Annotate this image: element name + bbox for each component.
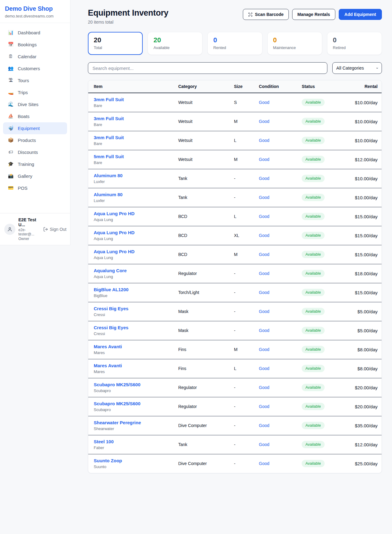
sidebar-item-training[interactable]: 🎓 Training xyxy=(3,158,67,170)
item-size: M xyxy=(228,150,253,169)
item-link[interactable]: 5mm Full Suit xyxy=(94,154,124,159)
item-link[interactable]: 3mm Full Suit xyxy=(94,135,124,140)
condition-link[interactable]: Good xyxy=(259,252,269,257)
item-category: BCD xyxy=(173,207,228,226)
nav-item-label: Training xyxy=(18,161,34,167)
condition-link[interactable]: Good xyxy=(259,157,269,162)
sidebar-item-dashboard[interactable]: 📊 Dashboard xyxy=(3,27,67,39)
sidebar-item-pos[interactable]: 💳 POS xyxy=(3,182,67,194)
item-link[interactable]: Scubapro MK25/S600 xyxy=(94,382,141,387)
condition-link[interactable]: Good xyxy=(259,366,269,371)
item-link[interactable]: Aqua Lung Pro HD xyxy=(94,230,134,235)
condition-link[interactable]: Good xyxy=(259,271,269,276)
condition-link[interactable]: Good xyxy=(259,385,269,390)
stat-card[interactable]: 0 Rented xyxy=(207,32,262,55)
sidebar-item-tours[interactable]: 🏝 Tours xyxy=(3,74,67,86)
table-row: Aluminum 80 Luxfer Tank - Good Available… xyxy=(88,188,382,207)
item-link[interactable]: Aluminum 80 xyxy=(94,192,123,197)
condition-link[interactable]: Good xyxy=(259,195,269,200)
sidebar-item-trips[interactable]: 🚤 Trips xyxy=(3,86,67,98)
item-size: - xyxy=(228,302,253,321)
stat-card[interactable]: 0 Retired xyxy=(327,32,382,55)
condition-link[interactable]: Good xyxy=(259,423,269,428)
table-row: Cressi Big Eyes Cressi Mask - Good Avail… xyxy=(88,302,382,321)
condition-link[interactable]: Good xyxy=(259,100,269,105)
sidebar-item-discounts[interactable]: 🏷 Discounts xyxy=(3,146,67,158)
item-link[interactable]: Aqua Lung Pro HD xyxy=(94,249,134,254)
status-badge: Available xyxy=(302,327,325,334)
item-link[interactable]: Scubapro MK25/S600 xyxy=(94,401,141,406)
item-brand: Shearwater xyxy=(94,426,167,431)
bookings-icon: 📅 xyxy=(8,41,14,48)
discounts-icon: 🏷 xyxy=(8,149,14,155)
item-link[interactable]: Steel 100 xyxy=(94,439,114,444)
sidebar-item-boats[interactable]: ⛵ Boats xyxy=(3,110,67,122)
table-row: Steel 100 Faber Tank - Good Available $1… xyxy=(88,435,382,454)
table-row: 3mm Full Suit Bare Wetsuit L Good Availa… xyxy=(88,131,382,150)
sidebar-item-equipment[interactable]: 🤿 Equipment xyxy=(3,122,67,134)
stat-value: 20 xyxy=(94,36,137,44)
condition-link[interactable]: Good xyxy=(259,461,269,466)
item-brand: Aqua Lung xyxy=(94,217,167,222)
item-rental: $18.00/day xyxy=(342,264,382,283)
stat-card[interactable]: 20 Available xyxy=(148,32,202,55)
brand-name[interactable]: Demo Dive Shop xyxy=(5,5,65,12)
condition-link[interactable]: Good xyxy=(259,328,269,333)
add-equipment-button[interactable]: Add Equipment xyxy=(339,9,382,20)
item-brand: Mares xyxy=(94,350,167,355)
stat-card[interactable]: 0 Maintenance xyxy=(267,32,322,55)
condition-link[interactable]: Good xyxy=(259,233,269,238)
item-brand: Bare xyxy=(94,141,167,146)
item-link[interactable]: Aluminum 80 xyxy=(94,173,123,178)
page-title: Equipment Inventory xyxy=(88,8,168,18)
item-link[interactable]: Aqualung Core xyxy=(94,268,127,273)
item-brand: Scubapro xyxy=(94,388,167,393)
scan-barcode-button[interactable]: Scan Barcode xyxy=(243,9,289,20)
item-category: Dive Computer xyxy=(173,454,228,473)
stat-card[interactable]: 20 Total xyxy=(88,32,143,55)
sidebar-item-calendar[interactable]: 🗓 Calendar xyxy=(3,51,67,63)
item-category: Dive Computer xyxy=(173,416,228,435)
item-link[interactable]: 3mm Full Suit xyxy=(94,116,124,121)
sign-out-button[interactable]: Sign Out xyxy=(43,227,66,232)
sidebar-item-bookings[interactable]: 📅 Bookings xyxy=(3,39,67,51)
item-link[interactable]: 3mm Full Suit xyxy=(94,97,124,102)
item-size: L xyxy=(228,359,253,378)
condition-link[interactable]: Good xyxy=(259,442,269,447)
manage-rentals-button[interactable]: Manage Rentals xyxy=(292,9,335,20)
status-badge: Available xyxy=(302,251,325,258)
category-select[interactable]: All Categories xyxy=(332,62,382,74)
sidebar-item-dive-sites[interactable]: 🌊 Dive Sites xyxy=(3,98,67,110)
sidebar-item-gallery[interactable]: 📸 Gallery xyxy=(3,170,67,182)
condition-link[interactable]: Good xyxy=(259,176,269,181)
condition-link[interactable]: Good xyxy=(259,214,269,219)
item-category: Regulator xyxy=(173,397,228,416)
sidebar-item-customers[interactable]: 👥 Customers xyxy=(3,63,67,74)
sidebar-item-products[interactable]: 📦 Products xyxy=(3,134,67,146)
item-link[interactable]: Mares Avanti xyxy=(94,363,122,368)
item-link[interactable]: BigBlue AL1200 xyxy=(94,287,129,292)
item-link[interactable]: Aqua Lung Pro HD xyxy=(94,211,134,216)
nav-item-label: Dive Sites xyxy=(18,101,39,108)
item-rental: $15.00/day xyxy=(342,226,382,245)
item-brand: Bare xyxy=(94,122,167,127)
item-brand: BigBlue xyxy=(94,293,167,298)
condition-link[interactable]: Good xyxy=(259,119,269,124)
condition-link[interactable]: Good xyxy=(259,404,269,409)
item-link[interactable]: Cressi Big Eyes xyxy=(94,306,128,311)
item-link[interactable]: Cressi Big Eyes xyxy=(94,325,128,330)
item-link[interactable]: Mares Avanti xyxy=(94,344,122,349)
item-link[interactable]: Shearwater Peregrine xyxy=(94,420,141,425)
stat-label: Maintenance xyxy=(273,45,316,50)
item-link[interactable]: Suunto Zoop xyxy=(94,458,122,463)
condition-link[interactable]: Good xyxy=(259,138,269,143)
tours-icon: 🏝 xyxy=(8,77,14,84)
search-input[interactable] xyxy=(88,62,327,74)
condition-link[interactable]: Good xyxy=(259,309,269,314)
item-brand: Suunto xyxy=(94,464,167,469)
table-row: 5mm Full Suit Bare Wetsuit M Good Availa… xyxy=(88,150,382,169)
item-category: Fins xyxy=(173,359,228,378)
table-row: Mares Avanti Mares Fins L Good Available… xyxy=(88,359,382,378)
condition-link[interactable]: Good xyxy=(259,290,269,295)
condition-link[interactable]: Good xyxy=(259,347,269,352)
